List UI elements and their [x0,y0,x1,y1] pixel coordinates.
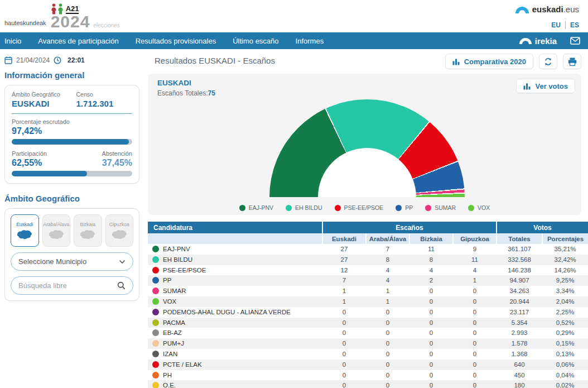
legend-color-dot [286,205,292,211]
value-cell: 0 [453,380,497,388]
card-divider [12,113,132,114]
value-cell: 1.368 [497,349,542,360]
territory-button-bizkaia[interactable]: Bizkaia [74,214,102,247]
legend-item-pp[interactable]: PP [396,204,413,211]
value-cell: 0 [322,307,366,318]
party-color-dot [152,256,159,263]
col-header-candidatura: Candidatura [148,222,322,233]
logo-subtitle: elecciones [93,22,119,28]
legend-color-dot [335,205,341,211]
value-cell: 0 [409,286,453,296]
value-cell: 0 [366,380,409,388]
legend-item-eh-bildu[interactable]: EH BILDU [286,204,322,211]
party-color-dot [152,288,159,294]
nav-item-ltimo-esca-o[interactable]: Último escaño [233,37,278,45]
escrutado-bar-fill [12,139,129,145]
territory-button-gipuzkoa[interactable]: Gipuzkoa [105,214,134,247]
table-row-pp: PP742194.9079,25% [148,275,588,286]
euskadi-eus-logo[interactable]: euskadi.eus [515,6,579,13]
legend-item-vox[interactable]: VOX [468,204,490,211]
print-button[interactable] [563,54,581,69]
info-general-card: Ámbito Geográfico EUSKADI Censo 1.712.30… [4,85,139,184]
search-icon[interactable] [117,281,126,290]
party-color-dot [152,340,159,347]
value-cell: 34.263 [497,286,542,296]
value-cell: 0 [409,296,453,307]
nav-item-avances-de-participaci-n[interactable]: Avances de participación [38,37,118,45]
results-table-wrap: Candidatura Escaños Votos EuskadiAraba/Á… [148,222,588,388]
refresh-button[interactable] [539,54,557,69]
irekia-link[interactable]: irekia [519,36,557,46]
nav-item-informes[interactable]: Informes [296,37,324,45]
legend-label: PSE-EE/PSOE [344,204,384,211]
value-cell: 4 [366,265,409,276]
value-cell: 1 [322,296,366,307]
language-switcher: EU ES [551,21,579,29]
value-cell: 9,25% [542,275,588,286]
party-cell: PODEMOS-AHAL DUGU - ALIANZA VERDE [148,307,322,318]
col-group-votos: Votos [497,222,588,233]
party-color-dot [152,382,159,388]
ver-votos-button[interactable]: Ver votos [516,79,575,93]
value-cell: 1 [366,286,409,296]
territory-button-araba-lava[interactable]: Araba/Álava [42,214,71,247]
party-color-dot [152,267,159,274]
party-color-dot [152,309,159,315]
participacion-bar-fill [12,171,87,176]
nav-item-inicio[interactable]: Inicio [4,37,21,45]
value-cell: 4 [409,265,453,276]
legend-item-pse-ee-psoe[interactable]: PSE-EE/PSOE [335,204,384,211]
party-name: O.E. [163,382,176,388]
bar-chart-icon [523,83,531,90]
mail-icon[interactable] [570,37,580,45]
lang-eu-link[interactable]: EU [551,21,561,29]
irekia-arch-icon [519,38,532,44]
party-color-dot [152,319,159,326]
value-cell: 0 [409,307,453,318]
value-cell: 23.117 [497,307,542,318]
table-row-eb-az: EB-AZ00002.9930,29% [148,328,588,338]
party-name: PP [163,277,171,284]
lang-separator [565,21,566,29]
territory-label: Bizkaia [80,222,95,227]
ambito-value: EUSKADI [12,99,76,108]
party-name: PCTE / ELAK [163,361,202,368]
basque-map-icon [16,229,33,240]
value-cell: 2,04% [542,296,588,307]
value-cell: 0,29% [542,328,588,338]
legend-label: EH BILDU [295,204,322,211]
value-cell: 332.568 [497,255,542,265]
territory-button-euskadi[interactable]: Euskadi [11,214,39,247]
value-cell: 5.354 [497,318,542,328]
legend-item-eaj-pnv[interactable]: EAJ-PNV [239,204,273,211]
comparativa-2020-button[interactable]: Comparativa 2020 [445,54,533,69]
top-header: hauteskundeak A21 2024 elecciones euskad… [0,0,588,32]
legend-item-sumar[interactable]: SUMAR [425,204,456,211]
party-name: SUMAR [163,288,186,294]
value-cell: 32,42% [542,255,588,265]
value-cell: 94.907 [497,275,542,286]
party-color-dot [152,372,159,379]
subheader-row: EuskadiAraba/ÁlavaBizkaiaGipuzkoaTotales… [148,233,588,244]
search-input[interactable] [18,281,113,290]
nav-item-resultados-provisionales[interactable]: Resultados provisionales [136,37,216,45]
table-row-podemos-ahal-dugu-alianza-verde: PODEMOS-AHAL DUGU - ALIANZA VERDE000023.… [148,307,588,318]
value-cell: 0 [453,360,497,370]
party-cell: O.E. [148,380,322,388]
value-cell: 361.107 [497,244,542,255]
value-cell: 0 [322,370,366,381]
territory-label: Euskadi [16,222,33,227]
bar-chart-icon [452,58,460,65]
lang-es-link[interactable]: ES [570,21,579,29]
value-cell: 0,52% [542,318,588,328]
escrutado-bar [12,139,132,145]
table-row-o-e: O.E.00001800,02% [148,380,588,388]
participacion-value: 62,55% [12,158,47,168]
party-cell: EAJ-PNV [148,244,322,255]
value-cell: 1.578 [497,338,542,349]
party-name: PUM+J [163,340,184,347]
territory-label: Araba/Álava [44,222,69,227]
municipio-select[interactable]: Seleccione Municipio [11,252,133,271]
value-cell: 27 [322,255,366,265]
value-cell: 0,13% [542,349,588,360]
